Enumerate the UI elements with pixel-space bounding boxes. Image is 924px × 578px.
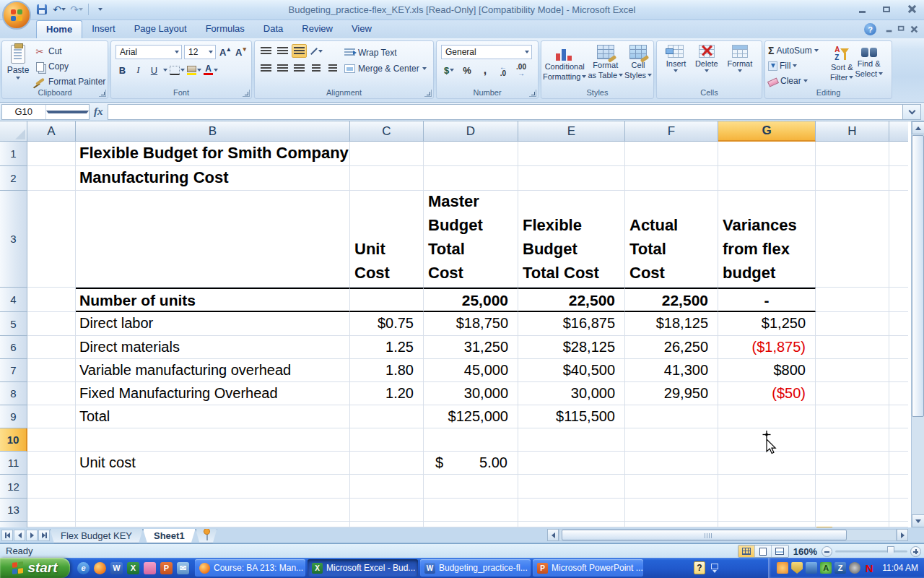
cell-B12[interactable] bbox=[76, 475, 350, 499]
next-sheet-button[interactable] bbox=[26, 530, 38, 541]
cell-F9[interactable] bbox=[625, 405, 718, 428]
powerpoint-icon[interactable]: P bbox=[160, 562, 173, 574]
expand-formula-bar-button[interactable] bbox=[902, 104, 921, 120]
last-sheet-button[interactable] bbox=[38, 530, 50, 541]
number-dialog-launcher[interactable] bbox=[529, 90, 536, 97]
cell-C9[interactable] bbox=[350, 405, 424, 428]
cell-B10[interactable] bbox=[76, 428, 350, 452]
cell-B3[interactable] bbox=[76, 191, 350, 288]
shield-tray-icon[interactable] bbox=[791, 562, 803, 574]
increase-indent-button[interactable] bbox=[325, 61, 340, 75]
row-header-7[interactable]: 7 bbox=[0, 359, 27, 382]
column-header-c[interactable]: C bbox=[350, 121, 424, 142]
cell-A8[interactable] bbox=[27, 382, 76, 405]
clear-button[interactable]: Clear bbox=[768, 74, 829, 87]
taskbar-button-firefox-course[interactable]: Course: BA 213: Man... bbox=[195, 559, 305, 577]
horizontal-scrollbar[interactable] bbox=[547, 529, 908, 541]
align-middle-button[interactable] bbox=[275, 44, 290, 58]
office-button[interactable] bbox=[2, 1, 31, 30]
conditional-formatting-button[interactable]: Conditional Formatting bbox=[543, 43, 587, 87]
cell-G8[interactable]: ($50) bbox=[718, 382, 816, 405]
cell-F7[interactable]: 41,300 bbox=[625, 359, 718, 382]
cell-A13[interactable] bbox=[27, 499, 76, 522]
scroll-left-button[interactable] bbox=[547, 529, 559, 541]
decrease-indent-button[interactable] bbox=[308, 61, 323, 75]
shrink-font-button[interactable]: A▾ bbox=[234, 45, 248, 59]
cell-A7[interactable] bbox=[27, 359, 76, 382]
cell-E6[interactable]: $28,125 bbox=[518, 336, 625, 359]
start-button[interactable]: start bbox=[0, 558, 70, 578]
zoom-in-button[interactable] bbox=[910, 546, 921, 557]
cell-H11[interactable] bbox=[816, 452, 889, 475]
insert-worksheet-button[interactable] bbox=[196, 529, 217, 543]
cell-H7[interactable] bbox=[816, 359, 889, 382]
minimize-button[interactable] bbox=[855, 4, 869, 14]
cell-F5[interactable]: $18,125 bbox=[625, 312, 718, 336]
excel-icon[interactable]: X bbox=[127, 562, 139, 574]
cell-D11[interactable]: $5.00 bbox=[424, 452, 518, 475]
cell-B11[interactable]: Unit cost bbox=[76, 452, 350, 475]
percent-format-button[interactable]: % bbox=[459, 63, 475, 77]
cell-styles-button[interactable]: Cell Styles bbox=[624, 43, 652, 87]
tab-review[interactable]: Review bbox=[292, 20, 342, 38]
cell-H1[interactable] bbox=[816, 142, 889, 166]
cell-B4[interactable]: Number of units bbox=[76, 288, 350, 312]
fill-button[interactable]: Fill bbox=[768, 59, 829, 72]
outlook-icon[interactable]: ✉ bbox=[177, 562, 189, 574]
cell-F1[interactable] bbox=[625, 142, 718, 166]
cell-D1[interactable] bbox=[424, 142, 518, 166]
cell-G6[interactable]: ($1,875) bbox=[718, 336, 816, 359]
cell-F6[interactable]: 26,250 bbox=[625, 336, 718, 359]
alignment-dialog-launcher[interactable] bbox=[424, 90, 432, 97]
cell-C10[interactable] bbox=[350, 428, 424, 452]
column-header-a[interactable]: A bbox=[27, 121, 76, 142]
cell-B6[interactable]: Direct materials bbox=[76, 336, 350, 359]
cell-G3[interactable]: Variances from flex budget bbox=[718, 191, 816, 288]
insert-function-icon[interactable]: fx bbox=[94, 105, 103, 118]
cell-E5[interactable]: $16,875 bbox=[518, 312, 625, 336]
merge-center-button[interactable]: Merge & Center bbox=[344, 61, 427, 75]
workbook-minimize-icon[interactable] bbox=[886, 30, 892, 33]
row-header-1[interactable]: 1 bbox=[0, 142, 27, 166]
cell-G11[interactable] bbox=[718, 452, 816, 475]
vertical-scroll-thumb[interactable] bbox=[912, 135, 924, 417]
cell-D12[interactable] bbox=[424, 475, 518, 499]
cell-C7[interactable]: 1.80 bbox=[350, 359, 424, 382]
cell-B2[interactable]: Manufacturing Cost bbox=[76, 166, 350, 191]
cell-H10[interactable] bbox=[816, 428, 889, 452]
cell-F13[interactable] bbox=[625, 499, 718, 522]
tab-view[interactable]: View bbox=[342, 20, 381, 38]
taskbar-button-powerpoint[interactable]: PMicrosoft PowerPoint ... bbox=[533, 559, 643, 577]
delete-cells-button[interactable]: Delete bbox=[695, 43, 718, 87]
zoom-slider-handle[interactable] bbox=[887, 546, 894, 556]
cell-E3[interactable]: Flexible Budget Total Cost bbox=[518, 191, 625, 288]
paste-button[interactable]: Paste bbox=[2, 41, 34, 87]
font-name-combo[interactable]: Arial bbox=[116, 45, 182, 59]
formula-input[interactable] bbox=[108, 104, 903, 120]
zoom-level[interactable]: 160% bbox=[793, 546, 817, 557]
underline-button[interactable]: U bbox=[147, 63, 161, 77]
messenger-tray-icon[interactable] bbox=[777, 562, 788, 574]
cell-G5[interactable]: $1,250 bbox=[718, 312, 816, 336]
cell-C2[interactable] bbox=[350, 166, 424, 191]
select-all-corner[interactable] bbox=[0, 121, 27, 142]
first-sheet-button[interactable] bbox=[1, 530, 13, 541]
row-header-12[interactable]: 12 bbox=[0, 475, 27, 499]
firefox-icon[interactable] bbox=[94, 562, 106, 574]
close-button[interactable] bbox=[904, 4, 918, 14]
cell-A9[interactable] bbox=[27, 405, 76, 428]
sort-filter-button[interactable]: AZ Sort & Filter bbox=[830, 44, 853, 87]
column-header-g-selected[interactable]: G bbox=[718, 121, 816, 142]
cell-B9[interactable]: Total bbox=[76, 405, 350, 428]
cell-F8[interactable]: 29,950 bbox=[625, 382, 718, 405]
cut-button[interactable]: ✂Cut bbox=[34, 46, 105, 58]
previous-sheet-button[interactable] bbox=[14, 530, 25, 541]
page-break-view-button[interactable] bbox=[772, 545, 788, 557]
cell-E8[interactable]: 30,000 bbox=[518, 382, 625, 405]
column-header-h[interactable]: H bbox=[816, 121, 889, 142]
bold-button[interactable]: B bbox=[116, 63, 129, 77]
cell-D3[interactable]: Master Budget Total Cost bbox=[424, 191, 518, 288]
autosum-button[interactable]: ΣAutoSum bbox=[768, 44, 829, 57]
taskbar-button-word[interactable]: WBudgeting_practice-fl... bbox=[420, 559, 531, 577]
cell-G4[interactable]: - bbox=[718, 288, 816, 312]
